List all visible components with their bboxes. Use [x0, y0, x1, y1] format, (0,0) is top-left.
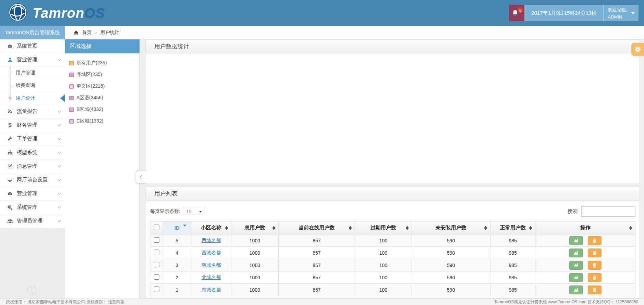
sidebar-subitem-user-stats[interactable]: » 用户统计 [0, 92, 65, 105]
chevron-down-icon [58, 123, 61, 126]
user-menu[interactable]: 欢迎光临, ADMIN [603, 5, 639, 21]
sidebar-collapse-button[interactable] [27, 286, 36, 295]
cell-uninstalled: 590 [412, 247, 490, 259]
search-input[interactable] [581, 206, 635, 217]
table-row: 5 西城名都 1000 857 100 590 985 [150, 234, 635, 247]
row-checkbox[interactable] [154, 287, 159, 292]
row-checkbox[interactable] [154, 250, 159, 255]
chevron-down-icon [58, 191, 61, 195]
region-panel-collapse-button[interactable] [136, 170, 146, 183]
breadcrumb-home[interactable]: 首页 [82, 29, 92, 36]
page-size-value: 10 [186, 209, 192, 214]
chart-button[interactable] [569, 273, 583, 282]
delete-button[interactable] [588, 236, 602, 245]
cell-total: 1000 [231, 284, 278, 296]
chart-button[interactable] [569, 236, 583, 245]
sidebar-item-label: 系统首页 [17, 43, 60, 49]
region-item-label: 奎文区(2215) [76, 83, 105, 89]
sidebar-subitem-renewal-query[interactable]: 续费查询 [0, 79, 65, 92]
region-item-weicheng[interactable]: 潍城区(235) [69, 69, 139, 80]
delete-button[interactable] [588, 261, 602, 270]
sidebar-item-workorder-mgmt[interactable]: 工单管理 [0, 132, 65, 146]
trash-icon [592, 288, 597, 292]
trash-icon [592, 275, 597, 280]
sidebar-empty-area [0, 228, 65, 298]
chevron-down-icon [58, 164, 61, 167]
community-link[interactable]: 西城名都 [202, 250, 221, 255]
community-link[interactable]: 东城名都 [202, 287, 221, 292]
active-item-arrow-icon: » [9, 95, 12, 101]
sidebar-item-message-mgmt[interactable]: 消息管理 [0, 160, 65, 173]
region-item-b[interactable]: B区域(4332) [69, 104, 139, 115]
column-header-expired[interactable]: 过期用户数 [355, 221, 412, 234]
dollar-icon: $ [7, 123, 13, 128]
row-checkbox[interactable] [154, 237, 159, 243]
sidebar-item-portal-settings[interactable]: 网厅前台设置 [0, 173, 65, 187]
sidebar-item-business-mgmt[interactable]: 营业管理 [0, 53, 65, 67]
list-icon [69, 107, 74, 112]
search-area: 搜索: [568, 206, 635, 217]
sort-desc-icon [183, 225, 186, 227]
region-item-label: A区语(3456) [76, 95, 103, 101]
content-body: 区域选择 所有用户(235) 潍城区(235) 奎文区(2215) [65, 39, 644, 298]
gears-icon [7, 205, 13, 210]
sidebar-item-system-mgmt[interactable]: 系统管理 [0, 201, 65, 214]
settings-gear-button[interactable] [631, 43, 644, 56]
region-item-all-users[interactable]: 所有用户(235) [69, 57, 139, 69]
table-row: 3 南城名都 1000 857 100 590 985 [150, 259, 635, 271]
chart-button[interactable] [569, 249, 583, 257]
chart-button[interactable] [569, 261, 583, 270]
brand-logo[interactable]: TamronOS [0, 3, 105, 23]
rss-icon [7, 109, 13, 114]
region-item-kuiwen[interactable]: 奎文区(2215) [69, 80, 139, 92]
column-header-actions[interactable]: 操作 [535, 221, 635, 234]
sidebar-item-label: 营业管理 [17, 56, 54, 63]
select-all-checkbox[interactable] [154, 225, 159, 230]
column-header-normal[interactable]: 正常用户数 [490, 221, 535, 234]
column-header-uninstalled[interactable]: 未安装用户数 [412, 221, 490, 234]
table-row: 2 北城名都 1000 857 100 590 985 [150, 271, 635, 284]
chevron-down-icon [58, 137, 61, 140]
region-panel: 区域选择 所有用户(235) 潍城区(235) 奎文区(2215) [65, 39, 140, 298]
delete-button[interactable] [588, 273, 602, 282]
page-size-select[interactable]: 10 [183, 207, 205, 216]
chevron-left-icon [31, 289, 34, 292]
delete-button[interactable] [588, 285, 602, 294]
column-header-total[interactable]: 总用户数 [231, 221, 278, 234]
region-item-c[interactable]: C区域(1332) [69, 115, 139, 127]
bar-chart-icon [573, 251, 579, 255]
sidebar-item-traffic-report[interactable]: 流量报告 [0, 105, 65, 118]
cell-id: 2 [163, 271, 191, 284]
list-icon [69, 61, 74, 65]
sidebar-subitem-label: 用户统计 [16, 95, 35, 101]
notifications-button[interactable]: 8 [509, 5, 524, 21]
row-checkbox[interactable] [154, 274, 159, 280]
sidebar-item-admin-mgmt[interactable]: 管理员管理 [0, 214, 65, 228]
chart-button[interactable] [569, 285, 583, 294]
community-link[interactable]: 西城名都 [202, 238, 221, 243]
business-submenu: 用户管理 续费查询 » 用户统计 [0, 67, 65, 105]
notification-count-badge: 8 [517, 7, 523, 13]
user-list-body: 每页显示条数: 10 搜索: [146, 201, 640, 298]
table-row: 1 东城名都 1000 857 100 590 985 [150, 284, 635, 296]
delete-button[interactable] [588, 249, 602, 257]
column-header-online[interactable]: 当前在线用户数 [278, 221, 355, 234]
sidebar-subitem-user-mgmt[interactable]: 用户管理 [0, 67, 65, 79]
region-item-a[interactable]: A区语(3456) [69, 92, 139, 104]
column-header-id[interactable]: ID [163, 221, 191, 234]
sidebar-item-business-mgmt-2[interactable]: 营业管理 [0, 187, 65, 201]
chevron-down-icon [58, 150, 61, 154]
content-area: 首页 > 用户统计 区域选择 所有用户(235) 潍城区(235 [65, 26, 644, 298]
footer-support-text: TamronOS腾龙认证计费系统 www.TamronOS.com 技术支持QQ… [494, 299, 638, 305]
community-link[interactable]: 北城名都 [202, 275, 221, 280]
column-header-name[interactable]: 小区名称 [191, 221, 231, 234]
sidebar-title: TamronOS后台管理系统 [0, 26, 65, 39]
sidebar-item-model-system[interactable]: 模型系统 [0, 146, 65, 160]
sidebar-item-system-home[interactable]: 系统首页 [0, 39, 65, 53]
row-checkbox[interactable] [154, 262, 159, 267]
sidebar-item-finance-mgmt[interactable]: $ 财务管理 [0, 118, 65, 132]
trash-icon [592, 238, 597, 243]
community-link[interactable]: 南城名都 [202, 262, 221, 268]
list-icon [69, 84, 74, 89]
sidebar-item-label: 流量报告 [17, 108, 54, 115]
